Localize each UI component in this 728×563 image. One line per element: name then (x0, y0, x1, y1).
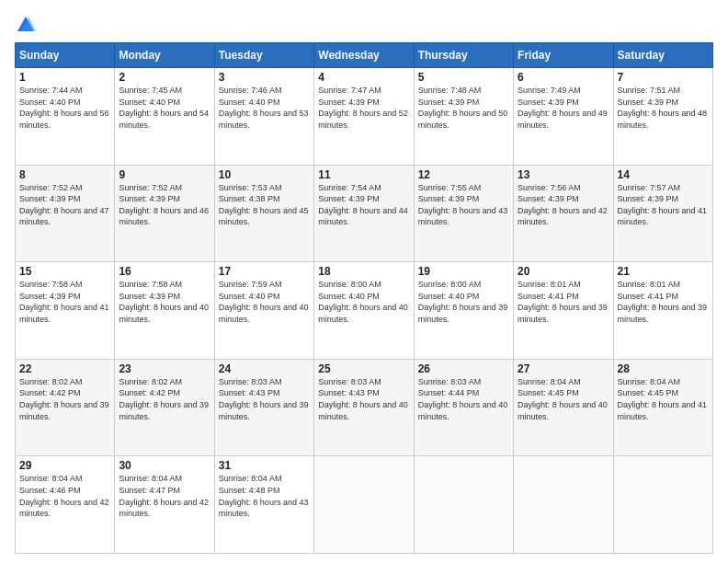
day-number: 14 (618, 168, 709, 181)
cell-info: Sunrise: 8:04 AMSunset: 4:45 PMDaylight:… (518, 376, 609, 422)
day-number: 12 (418, 168, 509, 181)
calendar-cell: 26Sunrise: 8:03 AMSunset: 4:44 PMDayligh… (414, 359, 513, 456)
day-number: 26 (418, 362, 509, 375)
calendar-cell (314, 456, 414, 554)
day-number: 4 (318, 71, 409, 84)
cell-info: Sunrise: 7:45 AMSunset: 4:40 PMDaylight:… (119, 85, 210, 131)
cell-info: Sunrise: 7:56 AMSunset: 4:39 PMDaylight:… (518, 182, 609, 228)
calendar-cell: 13Sunrise: 7:56 AMSunset: 4:39 PMDayligh… (514, 165, 613, 262)
logo (15, 15, 36, 35)
cell-info: Sunrise: 7:55 AMSunset: 4:39 PMDaylight:… (418, 182, 509, 228)
cell-info: Sunrise: 8:04 AMSunset: 4:45 PMDaylight:… (618, 376, 709, 422)
calendar-cell: 2Sunrise: 7:45 AMSunset: 4:40 PMDaylight… (115, 68, 214, 166)
cell-info: Sunrise: 8:04 AMSunset: 4:46 PMDaylight:… (19, 473, 110, 519)
calendar-cell: 9Sunrise: 7:52 AMSunset: 4:39 PMDaylight… (115, 165, 214, 262)
calendar-cell: 6Sunrise: 7:49 AMSunset: 4:39 PMDaylight… (514, 68, 613, 166)
calendar-cell: 27Sunrise: 8:04 AMSunset: 4:45 PMDayligh… (514, 359, 613, 456)
day-number: 17 (219, 265, 310, 278)
day-header-friday: Friday (514, 43, 613, 68)
cell-info: Sunrise: 8:03 AMSunset: 4:43 PMDaylight:… (219, 376, 310, 422)
day-number: 16 (119, 265, 210, 278)
cell-info: Sunrise: 8:00 AMSunset: 4:40 PMDaylight:… (418, 279, 509, 325)
cell-info: Sunrise: 8:01 AMSunset: 4:41 PMDaylight:… (618, 279, 709, 325)
day-number: 9 (119, 168, 210, 181)
cell-info: Sunrise: 7:52 AMSunset: 4:39 PMDaylight:… (19, 182, 110, 228)
cell-info: Sunrise: 7:44 AMSunset: 4:40 PMDaylight:… (19, 85, 110, 131)
day-header-tuesday: Tuesday (214, 43, 313, 68)
day-number: 27 (518, 362, 609, 375)
calendar-cell: 19Sunrise: 8:00 AMSunset: 4:40 PMDayligh… (414, 262, 513, 360)
cell-info: Sunrise: 8:03 AMSunset: 4:43 PMDaylight:… (318, 376, 409, 422)
day-number: 1 (19, 71, 110, 84)
calendar-cell: 30Sunrise: 8:04 AMSunset: 4:47 PMDayligh… (115, 456, 214, 554)
day-number: 18 (318, 265, 409, 278)
day-header-monday: Monday (115, 43, 214, 68)
day-number: 25 (318, 362, 409, 375)
day-number: 31 (219, 459, 310, 472)
cell-info: Sunrise: 7:59 AMSunset: 4:40 PMDaylight:… (219, 279, 310, 325)
cell-info: Sunrise: 7:46 AMSunset: 4:40 PMDaylight:… (219, 85, 310, 131)
cell-info: Sunrise: 8:02 AMSunset: 4:42 PMDaylight:… (119, 376, 210, 422)
day-number: 15 (19, 265, 110, 278)
day-number: 28 (618, 362, 709, 375)
day-number: 24 (219, 362, 310, 375)
calendar-cell: 29Sunrise: 8:04 AMSunset: 4:46 PMDayligh… (16, 456, 115, 554)
day-number: 19 (418, 265, 509, 278)
day-number: 30 (119, 459, 210, 472)
day-number: 23 (119, 362, 210, 375)
day-number: 29 (19, 459, 110, 472)
calendar-cell: 5Sunrise: 7:48 AMSunset: 4:39 PMDaylight… (414, 68, 513, 166)
day-number: 2 (119, 71, 210, 84)
calendar-cell (613, 456, 712, 554)
cell-info: Sunrise: 8:04 AMSunset: 4:47 PMDaylight:… (119, 473, 210, 519)
calendar-cell: 7Sunrise: 7:51 AMSunset: 4:39 PMDaylight… (613, 68, 712, 166)
day-number: 7 (618, 71, 709, 84)
day-header-sunday: Sunday (16, 43, 115, 68)
day-header-saturday: Saturday (613, 43, 712, 68)
calendar-cell: 14Sunrise: 7:57 AMSunset: 4:39 PMDayligh… (613, 165, 712, 262)
calendar-cell: 3Sunrise: 7:46 AMSunset: 4:40 PMDaylight… (214, 68, 313, 166)
page: SundayMondayTuesdayWednesdayThursdayFrid… (0, 0, 728, 563)
cell-info: Sunrise: 7:58 AMSunset: 4:39 PMDaylight:… (19, 279, 110, 325)
calendar-table: SundayMondayTuesdayWednesdayThursdayFrid… (15, 42, 713, 554)
calendar-cell: 17Sunrise: 7:59 AMSunset: 4:40 PMDayligh… (214, 262, 313, 360)
calendar-cell: 24Sunrise: 8:03 AMSunset: 4:43 PMDayligh… (214, 359, 313, 456)
day-number: 8 (19, 168, 110, 181)
calendar-cell: 18Sunrise: 8:00 AMSunset: 4:40 PMDayligh… (314, 262, 414, 360)
day-number: 6 (518, 71, 609, 84)
calendar-cell: 1Sunrise: 7:44 AMSunset: 4:40 PMDaylight… (16, 68, 115, 166)
cell-info: Sunrise: 7:52 AMSunset: 4:39 PMDaylight:… (119, 182, 210, 228)
calendar-cell: 31Sunrise: 8:04 AMSunset: 4:48 PMDayligh… (214, 456, 313, 554)
calendar-cell (414, 456, 513, 554)
calendar-cell: 23Sunrise: 8:02 AMSunset: 4:42 PMDayligh… (115, 359, 214, 456)
calendar-cell: 11Sunrise: 7:54 AMSunset: 4:39 PMDayligh… (314, 165, 414, 262)
calendar-cell: 4Sunrise: 7:47 AMSunset: 4:39 PMDaylight… (314, 68, 414, 166)
cell-info: Sunrise: 7:48 AMSunset: 4:39 PMDaylight:… (418, 85, 509, 131)
cell-info: Sunrise: 8:02 AMSunset: 4:42 PMDaylight:… (19, 376, 110, 422)
day-header-wednesday: Wednesday (314, 43, 414, 68)
calendar-cell (514, 456, 613, 554)
cell-info: Sunrise: 8:03 AMSunset: 4:44 PMDaylight:… (418, 376, 509, 422)
day-number: 21 (618, 265, 709, 278)
cell-info: Sunrise: 7:54 AMSunset: 4:39 PMDaylight:… (318, 182, 409, 228)
logo-icon (16, 15, 36, 35)
day-number: 5 (418, 71, 509, 84)
day-header-thursday: Thursday (414, 43, 513, 68)
calendar-cell: 16Sunrise: 7:58 AMSunset: 4:39 PMDayligh… (115, 262, 214, 360)
calendar-cell: 8Sunrise: 7:52 AMSunset: 4:39 PMDaylight… (16, 165, 115, 262)
cell-info: Sunrise: 7:57 AMSunset: 4:39 PMDaylight:… (618, 182, 709, 228)
day-number: 3 (219, 71, 310, 84)
cell-info: Sunrise: 7:58 AMSunset: 4:39 PMDaylight:… (119, 279, 210, 325)
day-number: 11 (318, 168, 409, 181)
calendar-cell: 22Sunrise: 8:02 AMSunset: 4:42 PMDayligh… (16, 359, 115, 456)
day-number: 22 (19, 362, 110, 375)
calendar-cell: 15Sunrise: 7:58 AMSunset: 4:39 PMDayligh… (16, 262, 115, 360)
calendar-cell: 28Sunrise: 8:04 AMSunset: 4:45 PMDayligh… (613, 359, 712, 456)
day-number: 13 (518, 168, 609, 181)
calendar-cell: 25Sunrise: 8:03 AMSunset: 4:43 PMDayligh… (314, 359, 414, 456)
cell-info: Sunrise: 7:47 AMSunset: 4:39 PMDaylight:… (318, 85, 409, 131)
header (15, 15, 713, 35)
day-number: 10 (219, 168, 310, 181)
calendar-cell: 21Sunrise: 8:01 AMSunset: 4:41 PMDayligh… (613, 262, 712, 360)
calendar-cell: 12Sunrise: 7:55 AMSunset: 4:39 PMDayligh… (414, 165, 513, 262)
